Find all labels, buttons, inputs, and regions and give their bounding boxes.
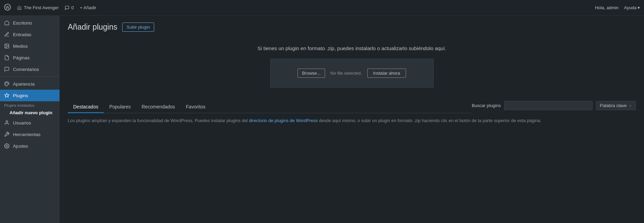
house-icon: [17, 5, 22, 10]
wordpress-directory-link[interactable]: directorio de plugins de WordPress: [249, 118, 318, 123]
footer-text-before-link: Los plugins amplían y expanden la funcio…: [68, 118, 249, 123]
user-greeting: Hola, admin: [595, 5, 618, 10]
submenu-item-add-plugin[interactable]: Añadir nuevo plugin: [0, 108, 60, 117]
plugin-icon: [4, 93, 10, 98]
keyword-label: Palabra clave: [600, 103, 627, 108]
sidebar-item-apariencia[interactable]: Apariencia: [0, 78, 60, 90]
tab-destacados[interactable]: Destacados: [68, 101, 104, 113]
tab-recomendados[interactable]: Recomendados: [136, 101, 180, 113]
tool-icon: [4, 132, 10, 137]
no-file-label: No file selected.: [331, 71, 362, 76]
svg-point-5: [8, 83, 8, 84]
sidebar-label-comentarios: Comentarios: [13, 67, 39, 72]
sidebar-label-escritorio: Escritorio: [13, 20, 32, 26]
upload-description: Si tienes un plugin en formato .zip, pue…: [68, 45, 636, 51]
sidebar-item-medios[interactable]: Medios: [0, 40, 60, 52]
svg-point-7: [5, 84, 6, 84]
settings-icon: [4, 143, 10, 149]
comments-count: 0: [71, 5, 74, 10]
user-icon: [4, 120, 10, 125]
sidebar-label-ajustes: Ajustes: [13, 144, 28, 149]
tab-favoritos[interactable]: Favoritos: [180, 101, 211, 113]
svg-text:W: W: [5, 5, 10, 10]
search-input[interactable]: [504, 101, 593, 110]
sidebar-item-usuarios[interactable]: Usuarios: [0, 117, 60, 129]
svg-point-3: [6, 45, 6, 46]
sidebar-label-paginas: Páginas: [13, 55, 30, 60]
sidebar-item-herramientas[interactable]: Herramientas: [0, 129, 60, 140]
comment-icon: [65, 5, 69, 10]
sidebar-item-entradas[interactable]: Entradas: [0, 29, 60, 40]
wp-logo-icon[interactable]: W: [4, 4, 11, 12]
upload-plugin-button[interactable]: Subir plugin: [122, 23, 155, 32]
site-name-link[interactable]: The First Avenger: [17, 5, 59, 10]
plugin-tabs: Destacados Populares Recomendados Favori…: [68, 98, 472, 113]
upload-section: Si tienes un plugin en formato .zip, pue…: [68, 39, 636, 98]
svg-point-9: [6, 145, 7, 147]
svg-point-8: [6, 121, 7, 122]
pen-icon: [4, 32, 10, 37]
tabs-search-row: Destacados Populares Recomendados Favori…: [68, 98, 636, 113]
sidebar-item-comentarios[interactable]: Comentarios: [0, 63, 60, 75]
help-button[interactable]: Ayuda ▾: [624, 5, 640, 10]
sidebar-item-ajustes[interactable]: Ajustes: [0, 140, 60, 152]
page-header: Añadir plugins Subir plugin: [68, 23, 636, 32]
tab-populares[interactable]: Populares: [104, 101, 136, 113]
sidebar-item-escritorio[interactable]: Escritorio: [0, 17, 60, 29]
plugins-submenu-label: Plugins instalados: [0, 101, 60, 108]
admin-bar: W The First Avenger 0 + Añadir Hola, adm…: [0, 0, 644, 16]
main-content: Añadir plugins Subir plugin Si tienes un…: [60, 16, 644, 223]
photo-icon: [4, 43, 10, 49]
upload-box: Browse... No file selected. Instalar aho…: [270, 59, 434, 88]
svg-point-6: [6, 83, 6, 83]
comments-link[interactable]: 0: [65, 5, 74, 10]
house-icon: [4, 20, 10, 26]
site-title: The First Avenger: [24, 5, 59, 10]
sidebar-item-paginas[interactable]: Páginas: [0, 52, 60, 63]
sidebar-label-medios: Medios: [13, 44, 28, 49]
menu-divider: [0, 76, 60, 77]
add-new-label: + Añadir: [80, 5, 96, 10]
sidebar-item-plugins[interactable]: Plugins: [0, 90, 60, 101]
browse-button[interactable]: Browse...: [297, 69, 325, 78]
search-plugins-area: Buscar plugins Palabra clave: [472, 98, 636, 113]
sidebar-label-apariencia: Apariencia: [13, 81, 35, 87]
chevron-down-icon: [629, 104, 632, 107]
tabs-container: Destacados Populares Recomendados Favori…: [68, 98, 472, 113]
search-label: Buscar plugins: [472, 103, 501, 108]
paint-icon: [4, 81, 10, 87]
svg-point-4: [7, 83, 7, 83]
install-button[interactable]: Instalar ahora: [367, 69, 406, 78]
page-title: Añadir plugins: [68, 23, 117, 32]
keyword-dropdown[interactable]: Palabra clave: [596, 101, 636, 110]
plugin-description-text: Los plugins amplían y expanden la funcio…: [68, 113, 636, 124]
sidebar-label-plugins: Plugins: [13, 93, 28, 98]
sidebar-label-entradas: Entradas: [13, 32, 31, 37]
comment-icon: [4, 66, 10, 72]
sidebar-label-herramientas: Herramientas: [13, 132, 41, 137]
page-icon: [4, 55, 10, 60]
add-new-link[interactable]: + Añadir: [80, 5, 96, 10]
sidebar-label-usuarios: Usuarios: [13, 120, 31, 125]
admin-sidebar: Escritorio Entradas Medios Páginas: [0, 16, 60, 223]
footer-text-after-link: desde aquí mismo, o subir un plugin en f…: [318, 118, 541, 123]
